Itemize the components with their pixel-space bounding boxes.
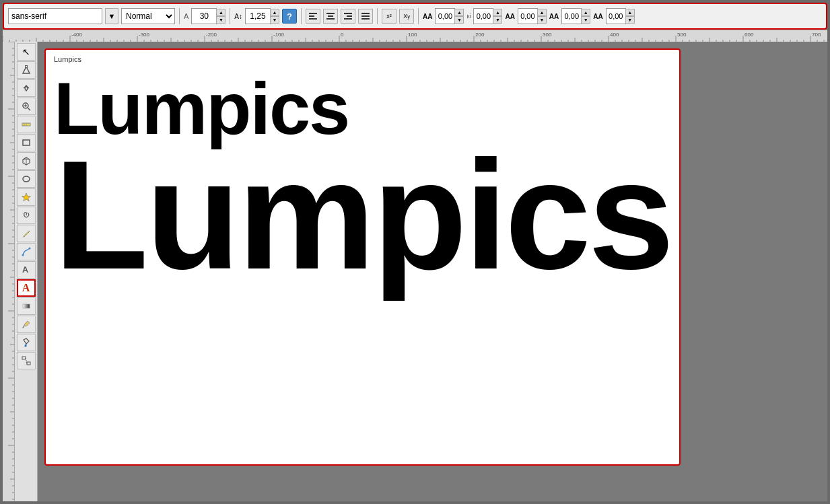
canvas-page: Lumpics Lumpics Lumpics: [44, 48, 681, 466]
aa-spinners-1: ▲ ▼: [454, 9, 464, 24]
ki-input[interactable]: [473, 8, 493, 24]
aa-group-1: ▲ ▼: [435, 8, 464, 24]
tools-panel: ↖: [15, 42, 38, 501]
ki-group: ▲ ▼: [473, 8, 502, 24]
aa-down-1[interactable]: ▼: [454, 16, 464, 24]
eyedropper-tool[interactable]: [17, 316, 36, 333]
aa-label-2: AA: [505, 13, 514, 20]
vertical-ruler: [3, 42, 15, 501]
main-area: ↖: [3, 42, 827, 501]
arrow-tool[interactable]: ↖: [17, 43, 36, 61]
align-right-btn[interactable]: [341, 9, 355, 24]
aa-input-4[interactable]: [606, 8, 626, 24]
aa-label-3: AA: [549, 13, 559, 20]
aa-down-2[interactable]: ▼: [537, 16, 547, 24]
superscript-btn[interactable]: x²: [382, 9, 396, 24]
help-button[interactable]: ?: [282, 9, 297, 24]
svg-rect-12: [25, 66, 27, 68]
align-center-btn[interactable]: [323, 9, 338, 24]
spiral-tool[interactable]: [17, 207, 36, 224]
gradient-tool[interactable]: [17, 297, 36, 315]
svg-point-26: [22, 254, 24, 256]
font-style-select[interactable]: Normal: [121, 8, 175, 24]
sep1: [179, 8, 180, 24]
node-tool[interactable]: [17, 61, 36, 79]
sep5: [418, 8, 419, 24]
aa-up-3[interactable]: ▲: [581, 9, 590, 16]
aa-spinners-2: ▲ ▼: [537, 9, 547, 24]
sep2: [230, 8, 230, 24]
aa-down-3[interactable]: ▼: [581, 16, 590, 24]
paint-bucket-tool[interactable]: [17, 334, 36, 351]
svg-rect-4: [328, 15, 333, 17]
aa-group-3: ▲ ▼: [561, 8, 590, 24]
svg-rect-3: [326, 13, 335, 14]
line-spacing-input[interactable]: [245, 8, 271, 24]
svg-rect-30: [27, 362, 30, 365]
line-spacing-up[interactable]: ▲: [270, 9, 279, 16]
aa-up-2[interactable]: ▲: [537, 9, 547, 16]
line-spacing-spinners: ▲ ▼: [270, 9, 279, 24]
aa-up-4[interactable]: ▲: [625, 9, 635, 16]
align-justify-btn[interactable]: [358, 9, 373, 24]
font-size-group: ▲ ▼: [191, 8, 226, 24]
font-size-icon: A: [184, 12, 188, 20]
canvas-area: Lumpics Lumpics Lumpics: [38, 42, 827, 501]
text-toolbar: ▼ Normal A ▲ ▼ A↕ ▲ ▼ ? x² Xy: [3, 3, 827, 30]
aa-input-2[interactable]: [518, 8, 538, 24]
star-tool[interactable]: [17, 188, 36, 206]
aa-input-3[interactable]: [561, 8, 582, 24]
svg-line-14: [28, 108, 30, 111]
connector-tool[interactable]: [17, 352, 36, 369]
aa-spinners-3: ▲ ▼: [581, 9, 590, 24]
font-size-spinners: ▲ ▼: [216, 9, 226, 24]
pen-tool[interactable]: [17, 243, 36, 260]
align-left-btn[interactable]: [306, 9, 320, 24]
aa-input-1[interactable]: [435, 8, 455, 24]
horizontal-ruler: [3, 30, 827, 42]
ellipse-tool[interactable]: [17, 170, 36, 188]
rect-tool[interactable]: [17, 134, 36, 151]
zoom-tool[interactable]: [17, 98, 36, 115]
pencil-tool[interactable]: [17, 225, 36, 242]
svg-line-31: [26, 358, 27, 363]
svg-rect-8: [344, 18, 352, 20]
measure-tool[interactable]: [17, 116, 36, 133]
aa-group-4: ▲ ▼: [606, 8, 635, 24]
aa-down-4[interactable]: ▼: [625, 16, 635, 24]
font-size-up[interactable]: ▲: [216, 9, 226, 16]
svg-rect-1: [309, 15, 314, 17]
aa-label-1: AA: [423, 13, 432, 20]
svg-point-24: [23, 176, 30, 182]
line-spacing-group: ▲ ▼: [245, 8, 279, 24]
svg-rect-7: [347, 15, 352, 17]
svg-marker-25: [22, 193, 30, 201]
text-huge[interactable]: Lumpics: [54, 142, 671, 289]
sep3: [301, 8, 302, 24]
tweak-tool[interactable]: [17, 79, 36, 97]
font-name-input[interactable]: [8, 8, 102, 24]
svg-rect-2: [309, 18, 317, 20]
svg-rect-29: [22, 357, 26, 359]
svg-rect-28: [23, 304, 30, 308]
svg-rect-6: [344, 13, 352, 14]
svg-rect-0: [309, 13, 317, 14]
font-list-btn[interactable]: ▼: [105, 8, 118, 24]
text-tool[interactable]: A: [17, 279, 36, 297]
svg-point-27: [28, 248, 30, 250]
subscript-btn[interactable]: Xy: [399, 9, 414, 24]
font-size-down[interactable]: ▼: [216, 16, 226, 24]
ki-down[interactable]: ▼: [493, 16, 502, 24]
calligraphy-tool[interactable]: [17, 261, 36, 279]
line-spacing-down[interactable]: ▼: [270, 16, 279, 24]
canvas-label: Lumpics: [54, 55, 671, 63]
ki-up[interactable]: ▲: [493, 9, 502, 16]
svg-rect-5: [326, 18, 335, 20]
aa-up-1[interactable]: ▲: [454, 9, 464, 16]
sep4: [377, 8, 378, 24]
3d-box-tool[interactable]: [17, 152, 36, 170]
svg-rect-9: [361, 13, 370, 14]
font-size-input[interactable]: [191, 8, 217, 24]
ki-spinners: ▲ ▼: [493, 9, 502, 24]
aa-label-4: AA: [593, 13, 602, 20]
